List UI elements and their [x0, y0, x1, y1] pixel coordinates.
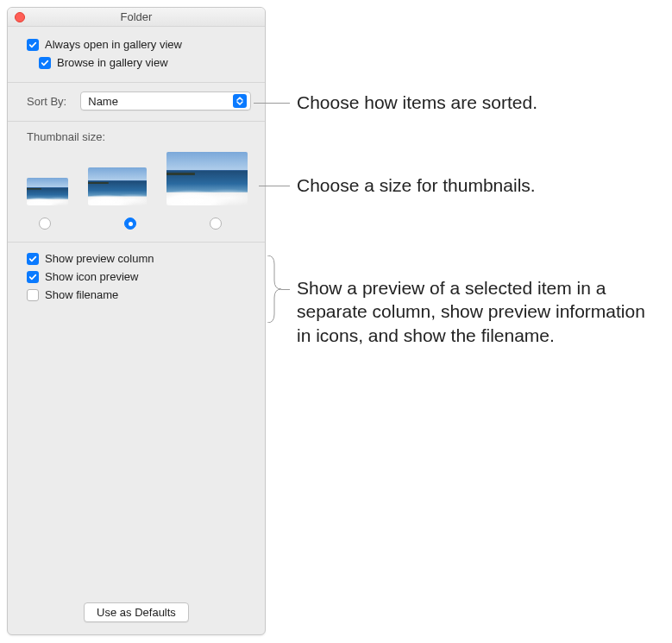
popup-arrows-icon — [233, 94, 247, 108]
thumbnail-size-large-radio[interactable] — [210, 217, 222, 230]
sort-by-label: Sort By: — [27, 95, 66, 108]
show-filename-checkbox[interactable] — [27, 289, 39, 301]
show-preview-column-row: Show preview column — [27, 249, 251, 268]
thumbnail-medium-preview — [88, 167, 147, 205]
show-preview-column-checkbox[interactable] — [27, 253, 39, 265]
thumbnail-small-preview — [27, 178, 68, 205]
always-open-gallery-label: Always open in gallery view — [45, 38, 182, 51]
show-icon-preview-row: Show icon preview — [27, 268, 251, 286]
callout-preview: Show a preview of a selected item in a s… — [297, 276, 659, 347]
show-preview-column-label: Show preview column — [45, 252, 154, 265]
callout-sort: Choose how items are sorted. — [297, 91, 537, 114]
callout-brace-icon — [267, 255, 282, 323]
browse-gallery-row: Browse in gallery view — [27, 54, 251, 72]
browse-gallery-checkbox[interactable] — [39, 57, 51, 69]
preview-options-section: Show preview column Show icon preview Sh… — [8, 243, 265, 304]
view-options-panel: Folder Always open in gallery view Brows… — [7, 7, 266, 635]
callout-lead — [254, 103, 290, 104]
use-as-defaults-label: Use as Defaults — [97, 606, 176, 619]
thumbnail-size-medium-radio[interactable] — [124, 217, 136, 230]
always-open-gallery-checkbox[interactable] — [27, 39, 39, 51]
sort-by-popup[interactable]: Name — [80, 91, 251, 110]
titlebar: Folder — [8, 8, 265, 27]
callout-lead — [259, 186, 290, 186]
thumbnail-preview-row — [27, 152, 251, 211]
browse-gallery-label: Browse in gallery view — [57, 56, 168, 69]
thumbnail-radio-row — [27, 211, 251, 231]
callout-thumbnail: Choose a size for thumbnails. — [297, 173, 536, 197]
close-icon[interactable] — [15, 12, 25, 22]
thumbnail-section: Thumbnail size: — [8, 122, 265, 243]
callout-lead — [281, 289, 290, 290]
always-open-gallery-row: Always open in gallery view — [27, 35, 251, 54]
show-icon-preview-label: Show icon preview — [45, 270, 138, 283]
show-icon-preview-checkbox[interactable] — [27, 271, 39, 283]
window-title: Folder — [121, 10, 153, 23]
use-as-defaults-button[interactable]: Use as Defaults — [84, 602, 189, 622]
thumbnail-size-label: Thumbnail size: — [27, 130, 251, 143]
show-filename-label: Show filename — [45, 288, 118, 301]
thumbnail-large-preview — [166, 152, 248, 205]
gallery-view-section: Always open in gallery view Browse in ga… — [8, 27, 265, 83]
thumbnail-size-small-radio[interactable] — [39, 217, 51, 230]
sort-section: Sort By: Name — [8, 83, 265, 122]
show-filename-row: Show filename — [27, 286, 251, 304]
sort-by-value: Name — [88, 95, 233, 108]
